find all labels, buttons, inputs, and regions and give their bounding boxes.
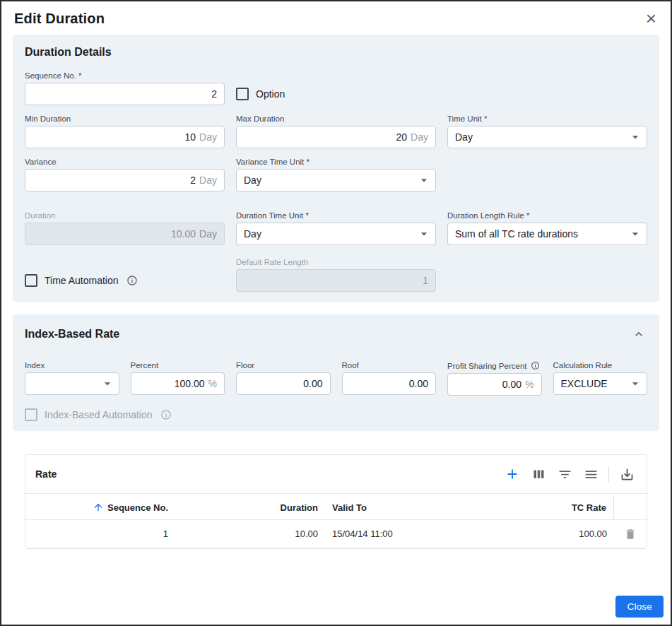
option-checkbox-row: Option	[236, 83, 436, 105]
variance-time-unit-label: Variance Time Unit *	[236, 158, 436, 166]
min-duration-value: 10	[185, 131, 196, 143]
column-header-sequence-no[interactable]: Sequence No.	[25, 502, 175, 513]
add-row-button[interactable]	[502, 464, 522, 484]
floor-value: 0.00	[303, 378, 322, 389]
index-label: Index	[25, 361, 119, 370]
variance-time-unit-value: Day	[244, 175, 261, 186]
variance-field: Variance 2 Day	[25, 158, 225, 191]
duration-input: 10.00 Day	[25, 223, 225, 245]
variance-time-unit-select[interactable]: Day	[236, 169, 436, 191]
percent-label: Percent	[131, 361, 225, 370]
min-duration-field: Min Duration 10 Day	[25, 114, 225, 148]
calculation-rule-select[interactable]: EXCLUDE	[553, 372, 648, 395]
rate-table-header-row: Sequence No. Duration Valid To TC Rate	[25, 493, 647, 520]
profit-sharing-percent-unit: %	[525, 379, 534, 390]
time-automation-row: Time Automation	[25, 269, 225, 292]
cell-sequence-no: 1	[25, 528, 175, 539]
index-select[interactable]	[25, 372, 119, 395]
percent-unit: %	[208, 378, 217, 389]
min-duration-input[interactable]: 10 Day	[25, 126, 225, 148]
rate-table-title: Rate	[35, 468, 57, 480]
rate-table-card: Rate Sequence No. Duration Valid To TC R…	[25, 454, 647, 549]
duration-details-title: Duration Details	[25, 46, 112, 59]
variance-input[interactable]: 2 Day	[25, 169, 225, 191]
cell-valid-to: 15/04/14 11:00	[325, 528, 469, 539]
default-rate-length-label: Default Rate Length	[236, 258, 436, 266]
index-based-automation-row: Index-Based Automation	[25, 408, 436, 421]
delete-row-icon[interactable]	[622, 526, 639, 543]
modal-footer: Close	[615, 596, 664, 618]
column-header-valid-to[interactable]: Valid To	[325, 502, 469, 513]
rate-toolbar	[502, 464, 637, 484]
duration-time-unit-value: Day	[244, 228, 261, 240]
max-duration-input[interactable]: 20 Day	[236, 126, 436, 148]
edit-duration-modal: Edit Duration × Duration Details Sequenc…	[0, 0, 672, 626]
density-icon[interactable]	[581, 464, 601, 484]
sequence-no-label: Sequence No. *	[25, 71, 225, 80]
time-unit-field: Time Unit * Day	[447, 114, 647, 148]
min-duration-label: Min Duration	[25, 114, 225, 123]
column-header-tc-rate[interactable]: TC Rate	[469, 494, 614, 521]
max-duration-field: Max Duration 20 Day	[236, 114, 436, 148]
roof-field: Roof 0.00	[342, 361, 437, 396]
variance-label: Variance	[25, 158, 225, 166]
profit-sharing-percent-label: Profit Sharing Percent	[447, 361, 542, 370]
columns-icon[interactable]	[529, 464, 548, 484]
max-duration-unit: Day	[411, 131, 428, 143]
max-duration-value: 20	[396, 131, 408, 143]
chevron-down-icon	[628, 227, 642, 241]
floor-label: Floor	[236, 361, 331, 370]
cell-tc-rate: 100.00	[469, 528, 614, 539]
option-checkbox[interactable]	[236, 88, 249, 100]
profit-sharing-percent-input[interactable]: 0.00 %	[447, 373, 542, 396]
time-unit-label: Time Unit *	[447, 114, 647, 123]
sort-up-icon[interactable]	[93, 502, 104, 513]
calculation-rule-value: EXCLUDE	[561, 378, 608, 389]
chevron-down-icon	[100, 377, 114, 391]
time-unit-value: Day	[455, 131, 473, 143]
option-label: Option	[256, 88, 285, 100]
profit-sharing-percent-value: 0.00	[502, 379, 521, 390]
time-unit-select[interactable]: Day	[447, 126, 647, 148]
duration-length-rule-select[interactable]: Sum of all TC rate durations	[447, 223, 647, 245]
filter-icon[interactable]	[555, 464, 574, 484]
duration-length-rule-label: Duration Length Rule *	[447, 211, 647, 220]
default-rate-length-field: Default Rate Length 1	[236, 258, 436, 292]
close-icon[interactable]: ×	[642, 11, 661, 26]
column-header-duration[interactable]: Duration	[175, 502, 325, 513]
profit-sharing-percent-field: Profit Sharing Percent 0.00 %	[447, 361, 542, 396]
index-based-rate-title: Index-Based Rate	[25, 328, 119, 341]
time-automation-checkbox[interactable]	[25, 274, 37, 287]
download-icon[interactable]	[617, 464, 637, 484]
cell-actions	[614, 526, 647, 543]
chevron-down-icon	[628, 377, 642, 391]
time-automation-label: Time Automation	[45, 275, 119, 286]
roof-label: Roof	[342, 361, 437, 370]
collapse-icon[interactable]	[630, 326, 647, 343]
duration-value: 10.00	[171, 228, 196, 240]
floor-input[interactable]: 0.00	[236, 372, 331, 395]
sequence-no-input[interactable]: 2	[25, 83, 225, 105]
index-based-automation-label: Index-Based Automation	[45, 409, 153, 420]
roof-input[interactable]: 0.00	[342, 372, 437, 395]
duration-time-unit-select[interactable]: Day	[236, 223, 436, 245]
duration-length-rule-value: Sum of all TC rate durations	[455, 228, 578, 240]
duration-details-section: Duration Details Sequence No. * 2 Option…	[13, 35, 659, 302]
chevron-down-icon	[628, 130, 642, 144]
chevron-down-icon	[417, 227, 431, 241]
min-duration-unit: Day	[199, 131, 217, 143]
default-rate-length-input: 1	[236, 269, 436, 292]
percent-input[interactable]: 100.00 %	[131, 372, 225, 395]
duration-length-rule-field: Duration Length Rule * Sum of all TC rat…	[447, 211, 647, 245]
table-row[interactable]: 1 10.00 15/04/14 11:00 100.00	[25, 520, 647, 548]
index-based-automation-checkbox	[25, 408, 37, 421]
toolbar-divider	[608, 466, 609, 482]
index-field: Index	[25, 361, 119, 396]
info-icon	[126, 275, 138, 286]
modal-title: Edit Duration	[14, 11, 105, 27]
cell-duration: 10.00	[175, 528, 325, 539]
sequence-no-field: Sequence No. * 2	[25, 71, 225, 105]
duration-unit: Day	[199, 228, 217, 240]
sequence-no-value: 2	[211, 88, 217, 100]
close-button[interactable]: Close	[615, 596, 664, 618]
